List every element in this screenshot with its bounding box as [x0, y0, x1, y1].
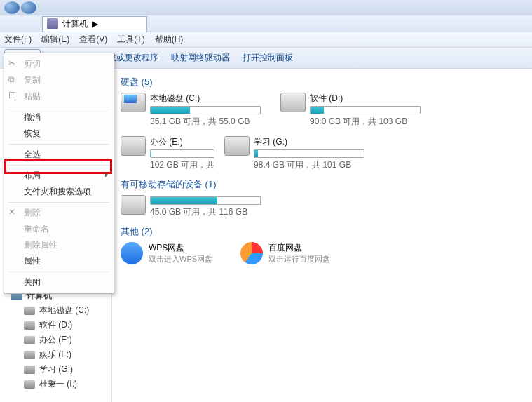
cut-icon: ✂	[8, 58, 18, 68]
drive-name: 软件 (D:)	[310, 93, 421, 105]
drive-subtext: 90.0 GB 可用，共 103 GB	[310, 116, 421, 128]
menu-item-properties[interactable]: 属性	[4, 253, 114, 269]
menu-bar: 文件(F) 编辑(E) 查看(V) 工具(T) 帮助(H)	[0, 32, 532, 48]
menu-tools[interactable]: 工具(T)	[117, 34, 144, 46]
drive-icon	[121, 136, 146, 156]
menu-item-cut[interactable]: ✂剪切	[4, 56, 114, 72]
menu-item-label: 粘贴	[24, 91, 41, 101]
organize-menu: ✂剪切 ⧉复制 ☐粘贴 撤消 恢复 全选 布局 文件夹和搜索选项 ✕删除 重命名…	[4, 53, 114, 294]
menu-item-redo[interactable]: 恢复	[4, 126, 114, 142]
menu-item-copy[interactable]: ⧉复制	[4, 72, 114, 88]
open-control-panel-link[interactable]: 打开控制面板	[243, 52, 293, 64]
section-hdd-title[interactable]: 硬盘 (5)	[121, 76, 524, 88]
menu-item-rename[interactable]: 重命名	[4, 221, 114, 237]
address-separator: ▶	[92, 19, 98, 29]
section-others-title[interactable]: 其他 (2)	[121, 225, 524, 238]
address-field[interactable]: 计算机 ▶	[42, 16, 147, 32]
menu-separator	[8, 165, 109, 166]
sidebar-item-drive-f[interactable]: 娱乐 (F:)	[11, 347, 111, 362]
drive-usage-bar	[150, 106, 261, 114]
menu-item-delete[interactable]: ✕删除	[4, 205, 114, 221]
sidebar-item-label: 本地磁盘 (C:)	[39, 304, 89, 316]
drive-item[interactable]: 软件 (D:) 90.0 GB 可用，共 103 GB	[280, 93, 421, 128]
menu-separator	[8, 144, 109, 145]
menu-separator	[8, 272, 109, 272]
menu-item-label: 布局	[24, 170, 41, 180]
map-network-drive-link[interactable]: 映射网络驱动器	[171, 52, 230, 64]
menu-item-remove-properties[interactable]: 删除属性	[4, 237, 114, 253]
drive-name: 学习 (G:)	[254, 136, 364, 148]
drive-subtext: 45.0 GB 可用，共 116 GB	[150, 206, 261, 218]
drive-usage-bar	[254, 149, 364, 158]
nav-back-button[interactable]	[4, 1, 20, 14]
menu-item-layout[interactable]: 布局	[4, 168, 114, 184]
sidebar-item-label: 娱乐 (F:)	[39, 349, 71, 361]
drive-icon	[24, 366, 35, 374]
drive-icon	[24, 307, 35, 315]
computer-icon	[47, 18, 58, 29]
menu-item-folder-search-options[interactable]: 文件夹和搜索选项	[4, 184, 114, 200]
sidebar-item-drive-c[interactable]: 本地磁盘 (C:)	[11, 303, 111, 318]
drive-icon	[24, 321, 35, 330]
menu-view[interactable]: 查看(V)	[79, 34, 107, 46]
other-subtitle: 双击运行百度网盘	[268, 254, 330, 264]
menu-item-label: 复制	[24, 75, 41, 85]
drive-subtext: 35.1 GB 可用，共 55.0 GB	[150, 116, 261, 128]
sidebar-item-label: 办公 (E:)	[39, 334, 72, 346]
menu-edit[interactable]: 编辑(E)	[41, 34, 69, 46]
drive-icon	[24, 351, 35, 359]
drive-icon	[224, 136, 250, 156]
sidebar-item-label: 软件 (D:)	[39, 319, 72, 331]
menu-separator	[8, 107, 109, 107]
drive-item[interactable]: 45.0 GB 可用，共 116 GB	[121, 195, 261, 218]
sidebar-item-label: 杜秉一 (I:)	[39, 378, 77, 390]
drive-icon	[280, 93, 306, 112]
menu-item-paste[interactable]: ☐粘贴	[4, 88, 114, 105]
nav-forward-button[interactable]	[21, 1, 36, 14]
wps-cloud-icon	[121, 242, 143, 264]
other-item-wps[interactable]: WPS网盘 双击进入WPS网盘	[121, 242, 212, 264]
sidebar-item-drive-d[interactable]: 软件 (D:)	[11, 318, 111, 333]
address-location: 计算机	[62, 18, 88, 30]
drive-name: 本地磁盘 (C:)	[150, 93, 261, 105]
drive-icon	[121, 195, 146, 215]
menu-item-label: 剪切	[24, 59, 41, 69]
paste-icon: ☐	[8, 91, 18, 100]
menu-item-select-all[interactable]: 全选	[4, 147, 114, 163]
sidebar-item-drive-i[interactable]: 杜秉一 (I:)	[11, 377, 111, 391]
drive-usage-bar	[150, 196, 261, 205]
section-removable-title[interactable]: 有可移动存储的设备 (1)	[121, 178, 524, 191]
menu-item-label: 删除	[24, 208, 41, 217]
drive-subtext: 102 GB 可用，共	[150, 159, 214, 171]
menu-separator	[8, 202, 109, 203]
menu-item-close[interactable]: 关闭	[4, 274, 114, 290]
drive-usage-bar	[310, 106, 421, 114]
other-title: 百度网盘	[268, 242, 330, 254]
drive-item[interactable]: 学习 (G:) 98.4 GB 可用，共 101 GB	[224, 136, 364, 171]
drive-icon	[24, 380, 35, 389]
drive-subtext: 98.4 GB 可用，共 101 GB	[254, 159, 364, 171]
sidebar-item-drive-e[interactable]: 办公 (E:)	[11, 333, 111, 347]
baidu-cloud-icon	[240, 242, 263, 264]
other-item-baidu[interactable]: 百度网盘 双击运行百度网盘	[240, 242, 330, 264]
menu-item-undo[interactable]: 撤消	[4, 109, 114, 126]
window-titlebar	[0, 0, 532, 15]
drive-item[interactable]: 办公 (E:) 102 GB 可用，共	[121, 136, 205, 171]
submenu-arrow-icon	[105, 172, 108, 177]
drive-usage-bar	[150, 149, 214, 158]
menu-file[interactable]: 文件(F)	[4, 34, 32, 46]
copy-icon: ⧉	[8, 74, 18, 84]
drive-item[interactable]: 本地磁盘 (C:) 35.1 GB 可用，共 55.0 GB	[121, 93, 261, 128]
drive-icon	[121, 93, 146, 112]
sidebar-item-label: 学习 (G:)	[39, 363, 73, 375]
sidebar-item-drive-g[interactable]: 学习 (G:)	[11, 362, 111, 377]
address-bar: 计算机 ▶	[0, 15, 532, 32]
content-pane: 硬盘 (5) 本地磁盘 (C:) 35.1 GB 可用，共 55.0 GB 软件…	[112, 69, 532, 402]
menu-help[interactable]: 帮助(H)	[155, 34, 184, 46]
other-title: WPS网盘	[149, 242, 212, 254]
other-subtitle: 双击进入WPS网盘	[149, 254, 212, 264]
delete-icon: ✕	[8, 207, 18, 217]
drive-name: 办公 (E:)	[150, 136, 214, 148]
drive-icon	[24, 336, 35, 344]
